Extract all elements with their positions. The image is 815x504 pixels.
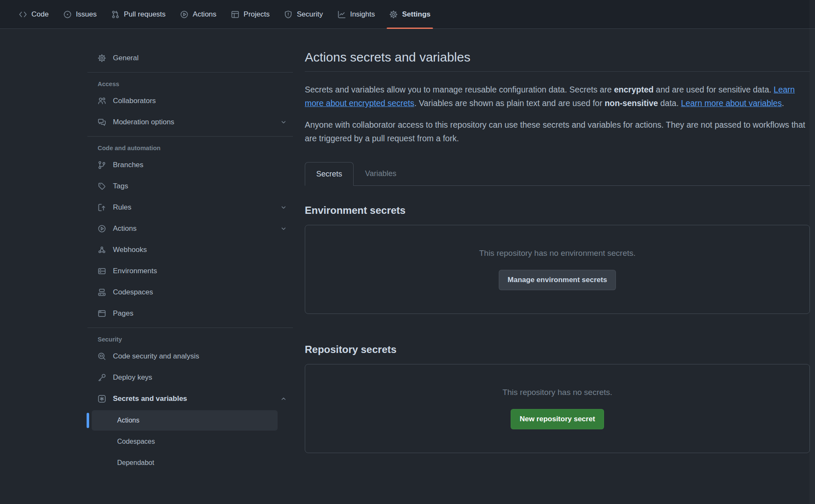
sidebar-item-branches[interactable]: Branches	[87, 154, 293, 176]
sidebar-item-webhooks[interactable]: Webhooks	[87, 239, 293, 260]
rules-icon	[98, 203, 106, 212]
scrollbar-gutter	[809, 0, 815, 504]
sidebar-item-label: Tags	[113, 182, 128, 190]
tab-variables[interactable]: Variables	[354, 162, 408, 185]
chevron-down-icon	[280, 119, 287, 126]
sidebar-item-label: Branches	[113, 161, 143, 169]
sidebar-item-general[interactable]: General	[87, 48, 293, 69]
sidebar-item-environments[interactable]: Environments	[87, 260, 293, 282]
active-tab-underline	[387, 28, 433, 29]
nav-tab-label: Projects	[244, 10, 270, 19]
comment-discussion-icon	[98, 118, 106, 126]
issue-icon	[63, 10, 72, 19]
key-icon	[98, 373, 106, 382]
nav-tab-security[interactable]: Security	[278, 0, 329, 28]
shield-icon	[284, 10, 292, 19]
git-branch-icon	[98, 161, 106, 169]
server-icon	[98, 267, 106, 275]
intro-text: Secrets and variables allow you to manag…	[305, 85, 614, 94]
sidebar-subitem-label: Dependabot	[117, 459, 154, 467]
sidebar-item-pages[interactable]: Pages	[87, 303, 293, 324]
table-icon	[231, 10, 239, 19]
settings-sidebar: General Access Collaborators Moderation …	[87, 29, 293, 474]
browser-icon	[98, 309, 106, 318]
sidebar-section-code-and-automation: Code and automation	[87, 142, 293, 154]
nav-tab-settings[interactable]: Settings	[383, 0, 436, 28]
sidebar-item-label: Rules	[113, 203, 131, 212]
sidebar-item-collaborators[interactable]: Collaborators	[87, 90, 293, 112]
codescan-icon	[98, 352, 106, 361]
nav-tab-label: Settings	[402, 10, 430, 19]
gear-icon	[389, 10, 398, 19]
nav-tab-issues[interactable]: Issues	[57, 0, 103, 28]
sidebar-item-label: Environments	[113, 267, 157, 275]
nav-tab-label: Pull requests	[124, 10, 166, 19]
nav-tab-label: Security	[297, 10, 323, 19]
sidebar-subitem-actions[interactable]: Actions	[92, 410, 278, 431]
sidebar-item-actions[interactable]: Actions	[87, 218, 293, 239]
code-icon	[19, 10, 27, 19]
pull-request-icon	[111, 10, 120, 19]
environment-secrets-empty-box: This repository has no environment secre…	[305, 225, 810, 314]
sidebar-item-label: Actions	[113, 224, 137, 233]
page-title: Actions secrets and variables	[305, 50, 810, 72]
sidebar-item-tags[interactable]: Tags	[87, 176, 293, 197]
sidebar-item-secrets-and-variables[interactable]: Secrets and variables	[87, 388, 293, 409]
intro-text: data.	[658, 98, 681, 108]
sidebar-subitem-label: Codespaces	[117, 438, 155, 445]
intro-text: and are used for sensitive data.	[654, 85, 774, 94]
collaborator-note: Anyone with collaborator access to this …	[305, 118, 810, 146]
environment-secrets-empty-text: This repository has no environment secre…	[479, 249, 636, 258]
sidebar-subitem-dependabot[interactable]: Dependabot	[92, 453, 278, 473]
sidebar-section-security: Security	[87, 333, 293, 346]
settings-layout: General Access Collaborators Moderation …	[0, 29, 815, 474]
chevron-down-icon	[280, 225, 287, 232]
key-asterisk-icon	[98, 395, 106, 403]
tag-icon	[98, 182, 106, 190]
sidebar-item-moderation-options[interactable]: Moderation options	[87, 112, 293, 133]
sidebar-item-rules[interactable]: Rules	[87, 197, 293, 218]
nav-tab-label: Code	[31, 10, 49, 19]
play-circle-icon	[180, 10, 188, 19]
sidebar-item-label: Moderation options	[113, 118, 174, 126]
nav-tab-code[interactable]: Code	[13, 0, 55, 28]
sidebar-divider	[87, 328, 293, 328]
sidebar-item-label: Secrets and variables	[113, 395, 187, 403]
sidebar-divider	[87, 136, 293, 137]
sidebar-divider	[87, 72, 293, 73]
chevron-down-icon	[280, 204, 287, 211]
environment-secrets-section: Environment secrets This repository has …	[305, 204, 810, 314]
intro-text: .	[782, 98, 784, 108]
nav-tab-insights[interactable]: Insights	[332, 0, 381, 28]
sidebar-item-label: Deploy keys	[113, 373, 152, 382]
secrets-variables-tabnav: Secrets Variables	[305, 162, 810, 186]
sidebar-item-label: Code security and analysis	[113, 352, 199, 361]
sidebar-item-code-security-and-analysis[interactable]: Code security and analysis	[87, 346, 293, 367]
play-circle-icon	[98, 224, 106, 233]
sidebar-subitem-label: Actions	[117, 417, 139, 424]
intro-bold-encrypted: encrypted	[614, 85, 653, 94]
nav-tab-pull-requests[interactable]: Pull requests	[105, 0, 171, 28]
link-learn-more-variables[interactable]: Learn more about variables	[681, 98, 781, 108]
sidebar-item-codespaces[interactable]: Codespaces	[87, 282, 293, 303]
nav-tab-actions[interactable]: Actions	[174, 0, 222, 28]
sidebar-item-deploy-keys[interactable]: Deploy keys	[87, 367, 293, 388]
graph-icon	[337, 10, 346, 19]
repository-secrets-section: Repository secrets This repository has n…	[305, 344, 810, 453]
sidebar-subitem-codespaces[interactable]: Codespaces	[92, 431, 278, 452]
new-repository-secret-button[interactable]: New repository secret	[511, 409, 604, 429]
nav-tab-label: Actions	[193, 10, 216, 19]
selected-item-bar	[87, 413, 89, 428]
repository-secrets-empty-text: This repository has no secrets.	[503, 388, 613, 397]
repo-nav: Code Issues Pull requests Actions Projec…	[0, 0, 815, 29]
people-icon	[98, 97, 106, 105]
tab-secrets[interactable]: Secrets	[305, 162, 354, 186]
sidebar-item-label: Pages	[113, 309, 133, 318]
environment-secrets-heading: Environment secrets	[305, 204, 810, 216]
manage-environment-secrets-button[interactable]: Manage environment secrets	[499, 270, 616, 290]
chevron-up-icon	[280, 395, 287, 402]
nav-tab-projects[interactable]: Projects	[225, 0, 275, 28]
sidebar-section-access: Access	[87, 78, 293, 90]
intro-text: . Variables are shown as plain text and …	[414, 98, 604, 108]
repository-secrets-empty-box: This repository has no secrets. New repo…	[305, 364, 810, 453]
